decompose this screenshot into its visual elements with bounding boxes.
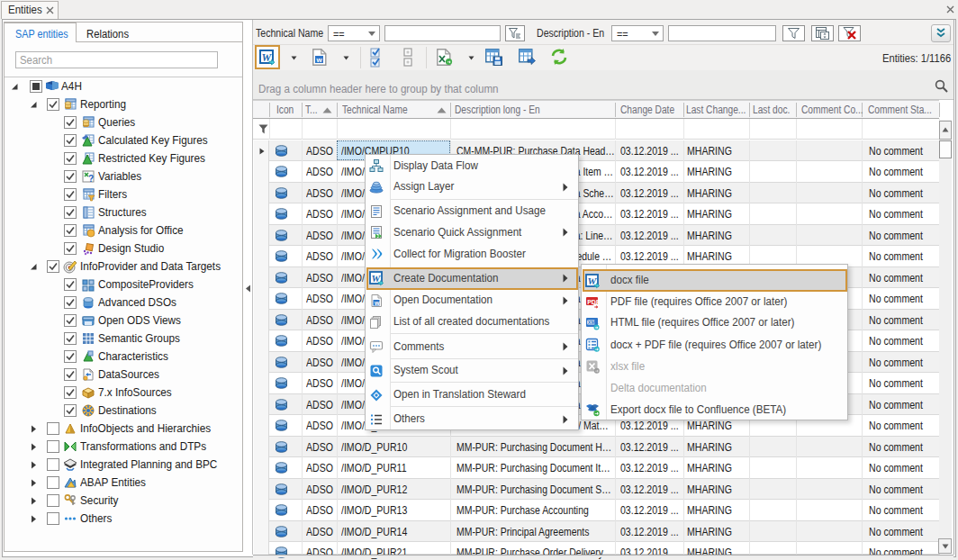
svg-text:PDF: PDF	[587, 298, 600, 304]
svg-text:w: w	[316, 56, 323, 64]
svg-text:W: W	[588, 275, 598, 285]
svg-text:?: ?	[88, 174, 94, 184]
svg-text:XML: XML	[588, 320, 599, 325]
svg-text:W: W	[372, 273, 382, 284]
svg-text:w: w	[374, 299, 380, 305]
